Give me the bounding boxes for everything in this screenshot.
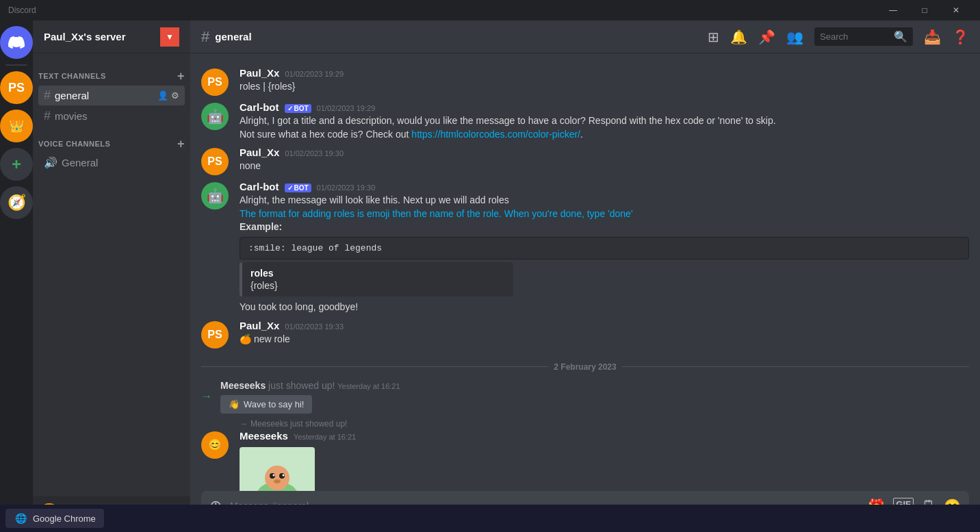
text-channels-label: TEXT CHANNELS: [38, 72, 106, 80]
text-channels-header[interactable]: TEXT CHANNELS +: [33, 59, 190, 85]
checkmark-icon: ✓: [287, 184, 293, 192]
message-group: PS Paul_Xx 01/02/2023 19:30 none: [190, 144, 980, 178]
message-content: Meeseeks Yesterday at 16:21: [240, 430, 969, 491]
message-author: Meeseeks: [240, 430, 288, 442]
chevron-down-icon: ▼: [166, 32, 174, 42]
channel-item-voice-general[interactable]: 🔊 General: [38, 153, 185, 172]
message-text: Alright, I got a title and a description…: [240, 114, 969, 141]
bot-badge: ✓ BOT: [285, 104, 311, 113]
main-content: # general ⊞ 🔔 📌 👥 Search 🔍 📥 ❓: [190, 21, 980, 532]
speaker-icon: 🔊: [44, 156, 57, 169]
server-dropdown-button[interactable]: ▼: [160, 27, 179, 47]
voice-channels-header[interactable]: VOICE CHANNELS +: [33, 127, 190, 153]
server-icon-ps[interactable]: PS: [0, 71, 33, 104]
voice-channel-name-general: General: [62, 157, 179, 168]
settings-icon[interactable]: ⚙: [171, 90, 179, 101]
message-author: Carl-bot: [240, 181, 279, 192]
search-icon: 🔍: [894, 30, 907, 43]
member-icon[interactable]: 👤: [157, 90, 168, 101]
date-divider-text: 2 February 2023: [554, 362, 616, 372]
hash-icon-movies: #: [44, 109, 51, 123]
message-group: PS Paul_Xx 01/02/2023 19:33 🍊 new role: [190, 317, 980, 351]
server-icon-explore[interactable]: 🧭: [0, 186, 33, 219]
wave-button[interactable]: 👋 Wave to say hi!: [220, 395, 312, 414]
add-text-channel-button[interactable]: +: [177, 70, 185, 82]
channel-item-movies[interactable]: # movies: [38, 106, 185, 126]
server-icon-crown[interactable]: 👑: [0, 110, 33, 142]
message-author: Paul_Xx: [240, 147, 279, 158]
avatar: PS: [201, 321, 229, 349]
date-divider: 2 February 2023: [190, 351, 980, 377]
taskbar-app-name: Google Chrome: [33, 514, 96, 524]
app-body: PS 👑 + 🧭 Paul_Xx's server ▼ TEXT CHANNEL…: [0, 21, 980, 532]
close-button[interactable]: ✕: [940, 0, 972, 21]
meeseeks-image-container: [240, 447, 969, 491]
avatar-bot: 🤖: [201, 103, 229, 130]
notification-icon[interactable]: 🔔: [730, 29, 747, 45]
search-box[interactable]: Search 🔍: [814, 27, 913, 46]
message-timestamp: 01/02/2023 19:30: [317, 183, 376, 192]
inbox-icon[interactable]: 📥: [924, 29, 941, 45]
discord-home-icon[interactable]: [0, 26, 33, 59]
message-timestamp: 01/02/2023 19:29: [285, 70, 344, 78]
message-header: Carl-bot ✓ BOT 01/02/2023 19:30: [240, 181, 969, 192]
svg-point-4: [265, 466, 289, 490]
hash-icon: #: [44, 88, 51, 103]
example-label: Example:: [240, 221, 282, 232]
search-placeholder-text: Search: [820, 31, 888, 42]
message-text: none: [240, 160, 969, 173]
chat-header-icons: ⊞ 🔔 📌 👥 Search 🔍 📥 ❓: [708, 27, 969, 46]
channel-sidebar: Paul_Xx's server ▼ TEXT CHANNELS + # gen…: [33, 21, 190, 532]
message-author: Paul_Xx: [240, 67, 279, 79]
server-header[interactable]: Paul_Xx's server ▼: [33, 21, 190, 53]
channel-list: TEXT CHANNELS + # general 👤 ⚙ # movies: [33, 53, 190, 496]
blue-text: The format for adding roles is emoji the…: [240, 208, 633, 219]
message-text: 🍊 new role: [240, 333, 969, 346]
members-icon[interactable]: 👥: [786, 29, 803, 45]
avatar: PS: [201, 68, 229, 96]
message-header: Meeseeks Yesterday at 16:21: [240, 430, 969, 442]
server-list: PS 👑 + 🧭: [0, 21, 33, 532]
minimize-button[interactable]: —: [877, 0, 909, 21]
bot-badge: ✓ BOT: [285, 183, 311, 192]
message-content: Paul_Xx 01/02/2023 19:30 none: [240, 147, 969, 175]
threads-icon[interactable]: ⊞: [708, 29, 719, 45]
message-group: 🤖 Carl-bot ✓ BOT 01/02/2023 19:29 Alrigh…: [190, 99, 980, 144]
message-timestamp: Yesterday at 16:21: [294, 433, 356, 441]
svg-point-7: [273, 474, 275, 476]
channel-item-general[interactable]: # general 👤 ⚙: [38, 86, 185, 105]
bot-label: BOT: [294, 184, 309, 192]
message-group: PS Paul_Xx 01/02/2023 19:29 roles | {rol…: [190, 64, 980, 99]
wave-icon: 👋: [229, 399, 240, 409]
embed-card: roles {roles}: [240, 262, 513, 296]
help-icon[interactable]: ❓: [952, 29, 969, 45]
message-timestamp: 01/02/2023 19:30: [285, 149, 344, 157]
pin-icon[interactable]: 📌: [758, 29, 775, 45]
message-content: Carl-bot ✓ BOT 01/02/2023 19:29 Alright,…: [240, 101, 969, 141]
wave-button-label: Wave to say hi!: [244, 399, 304, 409]
server-divider: [5, 64, 27, 66]
voice-channels-label: VOICE CHANNELS: [38, 140, 110, 148]
meeseeks-avatar: 😊: [201, 431, 229, 459]
message-header: Paul_Xx 01/02/2023 19:30: [240, 147, 969, 158]
channel-action-icons: 👤 ⚙: [157, 90, 179, 101]
message-text: Alright, the message will look like this…: [240, 194, 969, 234]
add-voice-channel-button[interactable]: +: [177, 138, 185, 150]
channel-hash-icon: #: [201, 28, 209, 46]
checkmark-icon: ✓: [287, 105, 293, 112]
messages-area[interactable]: PS Paul_Xx 01/02/2023 19:29 roles | {rol…: [190, 53, 980, 491]
maximize-button[interactable]: □: [909, 0, 940, 21]
message-timestamp: 01/02/2023 19:29: [317, 104, 376, 112]
join-text: just showed up!: [268, 380, 337, 391]
server-icon-add[interactable]: +: [0, 148, 33, 181]
svg-point-8: [283, 474, 285, 476]
crown-icon: 👑: [9, 118, 24, 134]
taskbar-chrome-item[interactable]: 🌐 Google Chrome: [5, 509, 104, 528]
bot-label: BOT: [294, 105, 309, 112]
message-text: roles | {roles}: [240, 80, 969, 94]
color-picker-link[interactable]: https://htmlcolorcodes.com/color-picker/: [411, 129, 580, 140]
timeout-text: You took too long, goodbye!: [240, 301, 969, 314]
system-message-content: Meeseeks just showed up! Yesterday at 16…: [220, 380, 400, 414]
message-content: Carl-bot ✓ BOT 01/02/2023 19:30 Alright,…: [240, 181, 969, 314]
message-timestamp: 01/02/2023 19:33: [285, 322, 344, 331]
